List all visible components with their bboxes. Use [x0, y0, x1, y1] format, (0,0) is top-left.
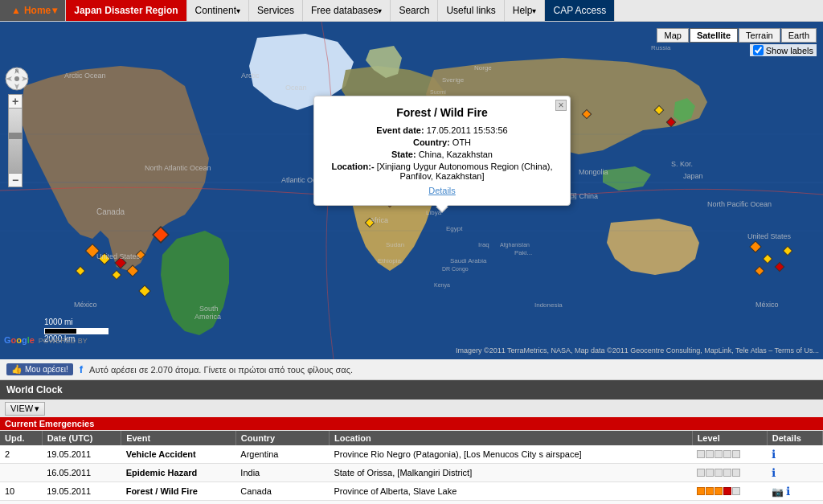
- svg-text:Arctic: Arctic: [241, 72, 260, 80]
- cell-location: Province of Alberta, Slave Lake: [329, 482, 692, 501]
- svg-text:Saudi Arabia: Saudi Arabia: [450, 257, 487, 264]
- svg-text:Japan: Japan: [683, 172, 703, 180]
- svg-text:México: México: [755, 301, 779, 309]
- facebook-icon: f: [80, 363, 83, 375]
- popup-title: Forest / Wild Fire: [327, 106, 557, 119]
- col-header-level: Level: [692, 431, 767, 446]
- cell-event: Forest / Wild Fire: [121, 482, 236, 501]
- popup-close-button[interactable]: ×: [555, 100, 567, 111]
- svg-text:Arctic Ocean: Arctic Ocean: [64, 72, 106, 80]
- popup-location-row: Location:- [Xinjiang Uygur Autonomous Re…: [327, 162, 557, 181]
- cell-event: Epidemic Hazard: [121, 501, 236, 505]
- cell-country: Canada: [235, 482, 329, 501]
- cell-level: [692, 482, 767, 501]
- svg-text:North Atlantic Ocean: North Atlantic Ocean: [145, 164, 211, 172]
- svg-text:Ethiopia: Ethiopia: [378, 257, 401, 264]
- svg-text:Africa: Africa: [370, 216, 388, 224]
- svg-text:N: N: [15, 68, 18, 73]
- nav-continent[interactable]: Continent: [187, 0, 249, 21]
- section-title: Current Emergencies: [0, 417, 823, 430]
- cell-date: 19.05.2011: [42, 482, 121, 501]
- svg-text:México: México: [74, 301, 97, 309]
- cell-level: [692, 464, 767, 482]
- svg-text:Kenya: Kenya: [434, 282, 450, 289]
- cell-upd: 2: [0, 445, 42, 464]
- top-navigation: ▲Home ▾ Japan Disaster Region Continent …: [0, 0, 823, 22]
- zoom-out-button[interactable]: −: [8, 173, 23, 187]
- cell-location: State of Orissa, [Malkangiri District]: [329, 464, 692, 482]
- svg-text:Afghanistan: Afghanistan: [500, 242, 530, 248]
- emergencies-table: Current Emergencies Upd. Date (UTC) Even…: [0, 417, 823, 504]
- svg-text:Ocean: Ocean: [285, 84, 307, 92]
- col-header-event: Event: [121, 431, 236, 446]
- cell-country: India: [235, 464, 329, 482]
- table-row: 10 19.05.2011 Forest / Wild Fire Canada …: [0, 482, 823, 501]
- view-bar: VIEW ▾: [0, 400, 823, 417]
- svg-text:Egypt: Egypt: [446, 225, 463, 232]
- nav-help[interactable]: Help: [505, 0, 546, 21]
- nav-useful-links[interactable]: Useful links: [438, 0, 504, 21]
- zoom-controls: + −: [8, 94, 23, 187]
- table-row: 2 19.05.2011 Vehicle Accident Argentina …: [0, 445, 823, 464]
- svg-text:Sudan: Sudan: [386, 241, 404, 248]
- camera-icon[interactable]: 📷: [772, 486, 784, 498]
- col-header-country: Country: [235, 431, 329, 446]
- svg-text:Sverige: Sverige: [442, 76, 465, 84]
- col-header-details: Details: [767, 431, 822, 446]
- scale-mi: 1000 mi: [44, 318, 109, 326]
- cell-event: Epidemic Hazard: [121, 464, 236, 482]
- cell-details: ℹ: [767, 501, 822, 505]
- nav-free-databases[interactable]: Free databases: [303, 0, 391, 21]
- cell-country: MultiCountries: [235, 501, 329, 505]
- fb-social-text: Αυτό αρέσει σε 2.070 άτομα. Γίνετε οι πρ…: [89, 365, 353, 375]
- nav-disaster-region[interactable]: Japan Disaster Region: [66, 0, 186, 21]
- map-type-satellite-button[interactable]: Satellite: [690, 28, 738, 43]
- popup-state-row: State: China, Kazakhstan: [327, 150, 557, 159]
- svg-text:Norge: Norge: [474, 64, 492, 72]
- cell-details: 📷 ℹ: [767, 482, 822, 501]
- world-clock-title: World Clock: [6, 384, 63, 395]
- map-type-terrain-button[interactable]: Terrain: [739, 28, 780, 43]
- map-type-map-button[interactable]: Map: [657, 28, 688, 43]
- world-clock-bar: World Clock: [0, 380, 823, 400]
- popup-country-row: Country: OTH: [327, 137, 557, 147]
- cell-level: [692, 445, 767, 464]
- info-icon[interactable]: ℹ: [786, 485, 790, 498]
- zoom-slider[interactable]: [8, 109, 23, 173]
- map-type-earth-button[interactable]: Earth: [781, 28, 817, 43]
- svg-text:Mongolia: Mongolia: [579, 168, 608, 176]
- svg-text:North Pacific Ocean: North Pacific Ocean: [707, 200, 772, 208]
- cell-location: Province Rio Negro (Patagonia), [Los Men…: [329, 445, 692, 464]
- popup-details-link[interactable]: Details: [327, 186, 557, 195]
- table-row: 12 19.05.2011 Epidemic Hazard MultiCount…: [0, 501, 823, 505]
- cell-date: 19.05.2011: [42, 445, 121, 464]
- col-header-upd: Upd.: [0, 431, 42, 446]
- col-header-date: Date (UTC): [42, 431, 121, 446]
- nav-cap-access[interactable]: CAP Access: [545, 0, 615, 21]
- like-button[interactable]: 👍 Μου αρέσει!: [6, 363, 73, 375]
- social-bar: 👍 Μου αρέσει! f Αυτό αρέσει σε 2.070 άτο…: [0, 359, 823, 380]
- info-icon[interactable]: ℹ: [772, 448, 776, 461]
- nav-services[interactable]: Services: [249, 0, 303, 21]
- show-labels-text: Show labels: [766, 46, 813, 55]
- popup-event-date-row: Event date: 17.05.2011 15:53:56: [327, 125, 557, 135]
- svg-text:S. Kor.: S. Kor.: [671, 160, 693, 168]
- info-icon[interactable]: ℹ: [772, 466, 776, 479]
- table-row: 16.05.2011 Epidemic Hazard India State o…: [0, 464, 823, 482]
- cell-upd: [0, 464, 42, 482]
- show-labels-checkbox[interactable]: [753, 45, 764, 55]
- map-container[interactable]: Arctic Ocean Canada United States South …: [0, 22, 823, 359]
- table-area: Current Emergencies Upd. Date (UTC) Even…: [0, 417, 823, 504]
- navigation-rose[interactable]: N: [4, 66, 28, 90]
- nav-search[interactable]: Search: [391, 0, 438, 21]
- zoom-in-button[interactable]: +: [8, 94, 23, 109]
- cell-details: ℹ: [767, 445, 822, 464]
- cell-country: Argentina: [235, 445, 329, 464]
- nav-home[interactable]: ▲Home ▾: [0, 0, 66, 21]
- svg-text:Indonesia: Indonesia: [534, 301, 563, 309]
- cell-level: [692, 501, 767, 505]
- cell-date: 16.05.2011: [42, 464, 121, 482]
- view-dropdown-button[interactable]: VIEW ▾: [5, 402, 45, 416]
- svg-text:United States: United States: [96, 252, 141, 260]
- svg-text:South: South: [199, 305, 219, 313]
